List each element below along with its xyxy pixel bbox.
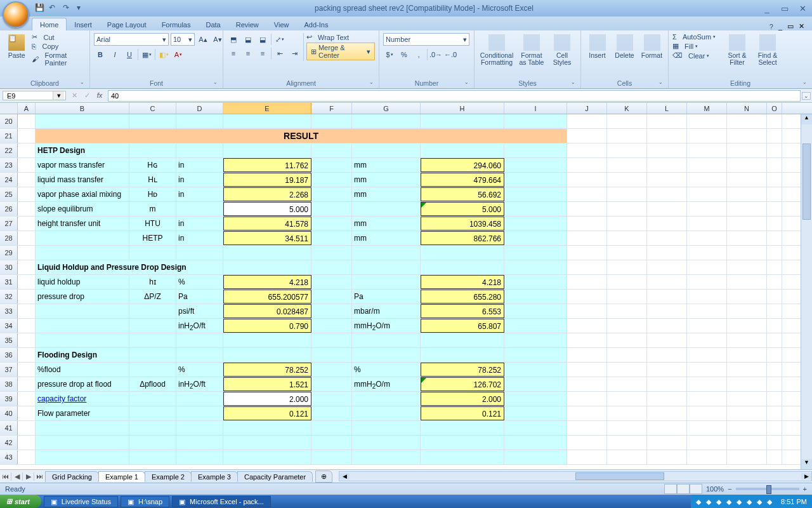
cell-E28[interactable]: 34.511 (223, 231, 311, 245)
cell-E22[interactable] (223, 144, 311, 157)
cell-C24[interactable]: Hʟ (129, 173, 176, 187)
clock[interactable]: 8:51 PM (781, 498, 807, 505)
cell-L42[interactable] (647, 436, 687, 450)
cell-H20[interactable] (421, 114, 504, 128)
cell-G22[interactable] (352, 144, 421, 157)
cell-F40[interactable] (311, 406, 352, 420)
find-select-button[interactable]: Find & Select (754, 33, 782, 67)
cell-D42[interactable] (176, 436, 223, 450)
align-top-button[interactable]: ⬒ (227, 33, 240, 46)
cell-C40[interactable] (129, 406, 176, 420)
cell-J41[interactable] (567, 421, 607, 435)
cell-M24[interactable] (687, 173, 727, 187)
cell-F43[interactable] (311, 450, 352, 464)
cell-F31[interactable] (311, 275, 352, 289)
vscroll-thumb[interactable] (802, 144, 811, 220)
orientation-button[interactable]: ⤢ (273, 33, 286, 46)
row-header-37[interactable]: 37 (0, 363, 18, 377)
row-header-34[interactable]: 34 (0, 319, 18, 333)
cell-E29[interactable] (223, 246, 311, 260)
italic-button[interactable]: I (108, 48, 121, 61)
cell-B33[interactable] (36, 304, 129, 318)
cell-A26[interactable] (18, 202, 36, 216)
cell-O40[interactable] (767, 406, 782, 420)
insert-cells-button[interactable]: Insert (585, 33, 610, 60)
row-header-25[interactable]: 25 (0, 187, 18, 201)
zoom-out-icon[interactable]: − (728, 485, 731, 493)
cell-N30[interactable] (727, 260, 767, 274)
cell-M31[interactable] (687, 275, 727, 289)
cell-F24[interactable] (311, 173, 352, 187)
cell-J33[interactable] (567, 304, 607, 318)
cell-G40[interactable] (352, 406, 421, 420)
percent-button[interactable]: % (398, 48, 410, 61)
row-header-29[interactable]: 29 (0, 246, 18, 260)
conditional-formatting-button[interactable]: Conditional Formatting (478, 33, 515, 67)
cell-D35[interactable] (176, 333, 223, 347)
column-headers[interactable]: ABCDEFGHIJKLMNO (0, 103, 812, 114)
cell-H42[interactable] (421, 436, 504, 450)
cell-M39[interactable] (687, 392, 727, 406)
cell-B23[interactable]: vapor mass transfer (36, 158, 129, 172)
cell-I35[interactable] (504, 333, 567, 347)
cell-H39[interactable]: 2.000 (421, 392, 504, 406)
cell-B41[interactable] (36, 421, 129, 435)
cell-N29[interactable] (727, 246, 767, 260)
cell-M36[interactable] (687, 348, 727, 362)
cell-O30[interactable] (767, 260, 782, 274)
cell-I34[interactable] (504, 319, 567, 333)
cell-G29[interactable] (352, 246, 421, 260)
cell-K35[interactable] (607, 333, 647, 347)
cell-K24[interactable] (607, 173, 647, 187)
tray-icon[interactable]: ◆ (726, 498, 734, 505)
cell-G28[interactable]: mm (352, 231, 421, 245)
cell-B34[interactable] (36, 319, 129, 333)
cell-O23[interactable] (767, 158, 782, 172)
autosum-button[interactable]: Σ AutoSum▾ (672, 33, 721, 41)
cell-A31[interactable] (18, 275, 36, 289)
close-button[interactable]: ✕ (797, 4, 808, 13)
fx-icon[interactable]: fx (94, 91, 105, 100)
cell-K36[interactable] (607, 348, 647, 362)
cell-N34[interactable] (727, 319, 767, 333)
cell-B38[interactable]: pressure drop at flood (36, 377, 129, 391)
help-icon[interactable]: ? (769, 23, 773, 30)
cell-M43[interactable] (687, 450, 727, 464)
cell-A41[interactable] (18, 421, 36, 435)
cell-M25[interactable] (687, 187, 727, 201)
cell-G26[interactable] (352, 202, 421, 216)
cell-L37[interactable] (647, 363, 687, 377)
cell-G20[interactable] (352, 114, 421, 128)
cell-E37[interactable]: 78.252 (223, 363, 311, 377)
cell-A39[interactable] (18, 392, 36, 406)
cell-G31[interactable] (352, 275, 421, 289)
cell-G43[interactable] (352, 450, 421, 464)
cell-J43[interactable] (567, 450, 607, 464)
row-header-21[interactable]: 21 (0, 129, 18, 143)
format-cells-button[interactable]: Format (639, 33, 664, 60)
system-tray[interactable]: ◆ ◆ ◆ ◆ ◆ ◆ ◆ ◆ 8:51 PM (691, 495, 812, 508)
cell-I43[interactable] (504, 450, 567, 464)
cell-F33[interactable] (311, 304, 352, 318)
font-size-combo[interactable]: 10▾ (171, 33, 195, 46)
row-header-43[interactable]: 43 (0, 450, 18, 464)
cell-N36[interactable] (727, 348, 767, 362)
cell-A30[interactable] (18, 260, 36, 274)
cell-N31[interactable] (727, 275, 767, 289)
cell-C37[interactable] (129, 363, 176, 377)
cell-L25[interactable] (647, 187, 687, 201)
cell-A37[interactable] (18, 363, 36, 377)
delete-cells-button[interactable]: Delete (612, 33, 637, 60)
cut-button[interactable]: ✂ Cut (32, 33, 86, 41)
row-header-31[interactable]: 31 (0, 275, 18, 289)
cell-L21[interactable] (647, 129, 687, 143)
cell-E27[interactable]: 41.578 (223, 217, 311, 231)
cell-B31[interactable]: liquid holdup (36, 275, 129, 289)
cell-E31[interactable]: 4.218 (223, 275, 311, 289)
scroll-right-icon[interactable]: ▶ (801, 473, 811, 479)
cell-B37[interactable]: %flood (36, 363, 129, 377)
cell-D20[interactable] (176, 114, 223, 128)
cell-D43[interactable] (176, 450, 223, 464)
cell-C29[interactable] (129, 246, 176, 260)
cell-J39[interactable] (567, 392, 607, 406)
